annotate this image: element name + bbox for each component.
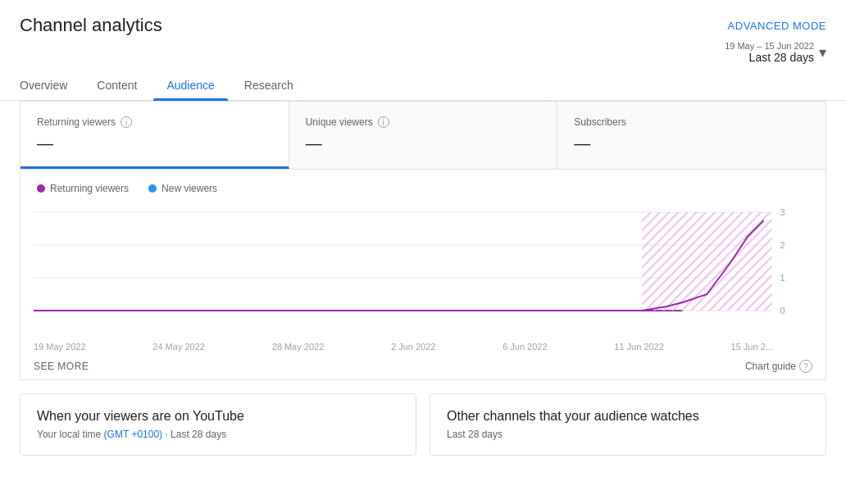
chart-guide-button[interactable]: Chart guide ? bbox=[745, 360, 812, 373]
legend-dot-returning bbox=[37, 184, 45, 193]
chart-legend: Returning viewers New viewers bbox=[34, 183, 812, 194]
legend-dot-new bbox=[148, 184, 157, 193]
chart-guide-help-icon: ? bbox=[799, 360, 812, 373]
metric-card-returning-viewers[interactable]: Returning viewers i — bbox=[20, 102, 289, 169]
x-label-5: 11 Jun 2022 bbox=[614, 342, 664, 352]
bottom-card-other-channels[interactable]: Other channels that your audience watche… bbox=[430, 393, 826, 456]
metric-value-returning: — bbox=[37, 134, 272, 153]
x-label-2: 28 May 2022 bbox=[272, 342, 325, 352]
chart-section: Returning viewers New viewers 3 2 1 0 bbox=[20, 170, 826, 380]
see-more-button[interactable]: SEE MORE bbox=[34, 361, 89, 372]
bottom-card-other-title: Other channels that your audience watche… bbox=[447, 409, 809, 424]
bottom-card-viewers-title: When your viewers are on YouTube bbox=[37, 409, 399, 424]
bottom-card-viewers-on-youtube[interactable]: When your viewers are on YouTube Your lo… bbox=[20, 393, 416, 456]
svg-rect-9 bbox=[642, 212, 771, 311]
tabs-bar: Overview Content Audience Research bbox=[0, 70, 846, 101]
x-label-6: 15 Jun 2... bbox=[731, 342, 773, 352]
date-range-dropdown-icon[interactable]: ▾ bbox=[819, 43, 826, 61]
svg-text:2: 2 bbox=[780, 240, 785, 250]
date-range-value: Last 28 days bbox=[725, 51, 814, 64]
date-range-label: 19 May – 15 Jun 2022 bbox=[725, 41, 814, 51]
x-axis-labels: 19 May 2022 24 May 2022 28 May 2022 2 Ju… bbox=[34, 338, 812, 352]
tab-audience[interactable]: Audience bbox=[153, 70, 227, 100]
svg-text:0: 0 bbox=[780, 306, 785, 316]
legend-item-new: New viewers bbox=[148, 183, 217, 194]
metric-value-subscribers: — bbox=[574, 134, 809, 153]
svg-text:3: 3 bbox=[780, 207, 785, 217]
gmt-label: (GMT +0100) bbox=[104, 429, 162, 440]
tab-overview[interactable]: Overview bbox=[20, 70, 80, 100]
bottom-card-viewers-subtitle: Your local time (GMT +0100) · Last 28 da… bbox=[37, 429, 399, 440]
metric-label-returning: Returning viewers i bbox=[37, 116, 272, 128]
main-content: Returning viewers i — Unique viewers i —… bbox=[0, 101, 846, 475]
x-label-0: 19 May 2022 bbox=[34, 342, 86, 352]
x-label-4: 6 Jun 2022 bbox=[503, 342, 547, 352]
advanced-mode-button[interactable]: ADVANCED MODE bbox=[728, 20, 826, 32]
info-icon-unique[interactable]: i bbox=[378, 116, 389, 128]
tab-content[interactable]: Content bbox=[84, 70, 150, 100]
metric-card-unique-viewers[interactable]: Unique viewers i — bbox=[289, 102, 558, 169]
bottom-card-other-subtitle: Last 28 days bbox=[447, 429, 809, 440]
metric-card-subscribers[interactable]: Subscribers — bbox=[557, 102, 826, 169]
metric-value-unique: — bbox=[306, 134, 541, 153]
metric-label-subscribers: Subscribers bbox=[574, 116, 809, 128]
x-label-1: 24 May 2022 bbox=[152, 342, 205, 352]
date-range-text: 19 May – 15 Jun 2022 Last 28 days bbox=[725, 41, 814, 64]
bottom-cards: When your viewers are on YouTube Your lo… bbox=[20, 393, 826, 456]
chart-footer: SEE MORE Chart guide ? bbox=[34, 352, 812, 373]
tab-research[interactable]: Research bbox=[231, 70, 307, 100]
page-title: Channel analytics bbox=[20, 15, 162, 36]
metric-label-unique: Unique viewers i bbox=[306, 116, 541, 128]
x-label-3: 2 Jun 2022 bbox=[391, 342, 435, 352]
svg-text:1: 1 bbox=[780, 273, 785, 283]
chart-area: 3 2 1 0 bbox=[34, 204, 812, 335]
legend-item-returning: Returning viewers bbox=[37, 183, 129, 194]
page-header: Channel analytics ADVANCED MODE bbox=[0, 0, 846, 36]
info-icon-returning[interactable]: i bbox=[121, 116, 132, 128]
metrics-row: Returning viewers i — Unique viewers i —… bbox=[20, 101, 826, 170]
chart-svg: 3 2 1 0 bbox=[34, 204, 812, 335]
date-range-container: 19 May – 15 Jun 2022 Last 28 days ▾ bbox=[0, 36, 846, 64]
